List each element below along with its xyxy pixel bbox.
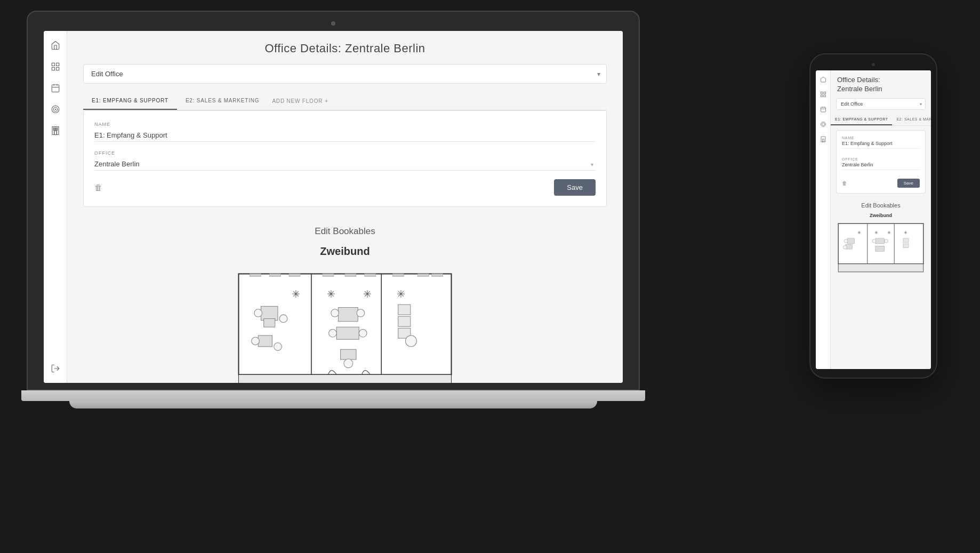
svg-rect-33	[432, 274, 443, 277]
svg-rect-1	[56, 63, 59, 66]
edit-bookables-title: Edit Bookables	[94, 226, 596, 237]
svg-point-40	[279, 315, 287, 323]
svg-rect-27	[289, 274, 300, 277]
svg-rect-69	[822, 139, 824, 142]
phone-edit-bookables: Edit Bookables Zweibund ✳ ✳ ✳ ✳	[831, 198, 931, 282]
edit-office-dropdown-wrapper: Edit Office ▾	[83, 64, 607, 84]
svg-text:✳: ✳	[887, 230, 891, 235]
scene: Office Details: Zentrale Berlin Edit Off…	[0, 0, 980, 553]
svg-point-52	[344, 359, 353, 368]
phone-edit-office-dropdown[interactable]: Edit Office	[836, 98, 926, 110]
svg-rect-25	[250, 274, 261, 277]
laptop-screen-outer: Office Details: Zentrale Berlin Edit Off…	[27, 11, 640, 390]
laptop: Office Details: Zentrale Berlin Edit Off…	[27, 11, 640, 408]
laptop-base	[21, 390, 645, 401]
phone: Office Details: Zentrale Berlin Edit Off…	[809, 53, 937, 379]
laptop-camera	[331, 21, 335, 26]
phone-name-value: E1: Empfang & Support	[842, 141, 920, 149]
phone-main: Office Details: Zentrale Berlin Edit Off…	[831, 70, 931, 369]
phone-form-card: NAME E1: Empfang & Support OFFICE Zentra…	[836, 130, 926, 194]
svg-point-43	[252, 337, 260, 345]
svg-point-67	[822, 123, 824, 126]
office-select[interactable]: Zentrale Berlin	[94, 158, 596, 171]
svg-point-44	[274, 343, 282, 351]
svg-rect-2	[52, 68, 54, 70]
svg-rect-28	[323, 274, 334, 277]
tab-e1-empfang-support[interactable]: E1: Empfang & Support	[83, 92, 177, 110]
home-icon[interactable]	[50, 39, 61, 51]
name-label: NAME	[94, 122, 596, 127]
svg-text:✳: ✳	[874, 230, 878, 235]
svg-rect-41	[264, 319, 275, 327]
logout-icon[interactable]	[50, 363, 61, 374]
page-title: Office Details: Zentrale Berlin	[67, 31, 623, 64]
fingerprint-icon[interactable]	[50, 103, 61, 115]
phone-save-button[interactable]: Save	[897, 179, 920, 188]
save-button[interactable]: Save	[554, 179, 596, 196]
grid-icon[interactable]	[50, 61, 61, 73]
svg-text:✳: ✳	[857, 230, 861, 235]
svg-text:✳: ✳	[292, 288, 300, 300]
trash-icon: 🗑	[94, 183, 102, 192]
svg-rect-4	[52, 85, 59, 92]
phone-fingerprint-icon[interactable]	[820, 121, 827, 128]
svg-text:✳: ✳	[904, 230, 907, 235]
edit-office-dropdown[interactable]: Edit Office	[83, 64, 607, 84]
svg-rect-30	[365, 274, 376, 277]
phone-page-title: Office Details: Zentrale Berlin	[831, 70, 931, 98]
floor-plan-container: ✳ ✳ ✳ ✳	[94, 268, 596, 383]
svg-rect-45	[338, 308, 358, 322]
svg-point-47	[357, 309, 365, 317]
phone-camera	[872, 63, 875, 66]
tab-e2-sales-marketing[interactable]: E2: Sales & Marketing	[177, 92, 268, 110]
svg-rect-81	[875, 238, 885, 244]
plus-icon: +	[325, 98, 328, 104]
delete-floor-button[interactable]: 🗑	[94, 183, 102, 192]
laptop-foot	[69, 401, 597, 408]
phone-building-icon[interactable]	[820, 135, 827, 143]
calendar-icon[interactable]	[50, 82, 61, 94]
phone-office-value: Zentrale Berlin	[842, 162, 920, 170]
svg-point-78	[844, 239, 848, 243]
svg-point-66	[821, 122, 825, 127]
office-field: OFFICE Zentrale Berlin ▾	[94, 150, 596, 171]
svg-rect-54	[398, 316, 411, 326]
phone-outer: Office Details: Zentrale Berlin Edit Off…	[809, 53, 937, 379]
phone-calendar-icon[interactable]	[820, 106, 827, 113]
svg-text:✳: ✳	[363, 288, 372, 300]
phone-form-actions: 🗑 Save	[842, 179, 920, 188]
svg-rect-3	[56, 68, 59, 70]
svg-point-83	[885, 239, 888, 243]
building-icon[interactable]	[50, 125, 61, 137]
svg-rect-14	[54, 131, 57, 135]
svg-text:✳: ✳	[397, 288, 405, 300]
svg-rect-77	[847, 238, 854, 244]
svg-rect-58	[821, 92, 823, 94]
phone-grid-icon[interactable]	[820, 91, 827, 98]
svg-point-50	[359, 329, 367, 337]
office-select-wrapper: Zentrale Berlin ▾	[94, 158, 596, 171]
svg-point-39	[254, 309, 262, 317]
phone-title-text: Office Details: Zentrale Berlin	[837, 76, 882, 93]
laptop-main-content: Office Details: Zentrale Berlin Edit Off…	[67, 31, 623, 383]
floor-form-card: NAME OFFICE Zentrale Berlin ▾	[83, 110, 607, 207]
svg-rect-38	[261, 306, 278, 320]
phone-home-icon[interactable]	[820, 76, 827, 83]
tab-add-new-floor[interactable]: Add New Floor +	[268, 93, 333, 109]
name-input[interactable]	[94, 129, 596, 142]
phone-office-field: OFFICE Zentrale Berlin	[842, 157, 920, 170]
svg-text:✳: ✳	[327, 288, 335, 300]
phone-tab-e2[interactable]: E2: Sales & Marketi...	[892, 114, 931, 125]
content-area: Edit Office ▾ E1: Empfang & Support E2: …	[67, 64, 623, 383]
svg-point-9	[53, 107, 58, 111]
phone-tab-e1[interactable]: E1: Empfang & Support	[831, 114, 892, 125]
svg-rect-85	[903, 238, 909, 243]
svg-rect-42	[258, 335, 272, 347]
svg-rect-20	[57, 130, 58, 131]
phone-delete-button[interactable]: 🗑	[842, 180, 847, 186]
svg-rect-53	[398, 304, 411, 315]
phone-sidebar	[816, 70, 831, 369]
svg-rect-17	[57, 128, 58, 129]
svg-rect-51	[341, 349, 356, 359]
floor-plan-svg: ✳ ✳ ✳ ✳	[233, 268, 457, 383]
